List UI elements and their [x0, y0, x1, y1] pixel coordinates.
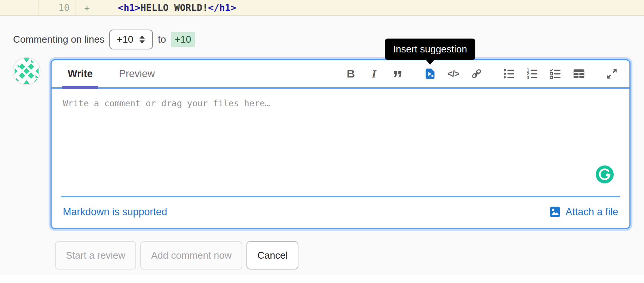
attach-file-button[interactable]: Attach a file: [549, 206, 618, 218]
markdown-supported-link[interactable]: Markdown is supported: [63, 206, 167, 218]
comment-form-section: Commenting on lines +10 to +10: [0, 16, 644, 275]
bulleted-list-button[interactable]: [502, 67, 516, 81]
grammarly-icon[interactable]: [596, 165, 614, 183]
code-indent: [90, 2, 118, 13]
commenting-label: Commenting on lines: [13, 34, 104, 45]
diff-code-content: + <h1>HELLO WORLD!</h1>: [76, 0, 644, 15]
link-button[interactable]: [469, 67, 484, 81]
add-comment-now-button[interactable]: Add comment now: [140, 241, 242, 270]
attach-file-label: Attach a file: [565, 206, 618, 218]
numbered-list-icon: 1 2 3: [526, 67, 539, 80]
bulleted-list-icon: [503, 67, 516, 80]
commenting-range-row: Commenting on lines +10 to +10: [0, 16, 644, 49]
code-close-tag: </h1>: [208, 2, 236, 13]
tab-preview[interactable]: Preview: [113, 60, 160, 87]
old-line-number-cell: [0, 0, 39, 15]
insert-suggestion-icon: [424, 67, 436, 80]
start-line-select[interactable]: +10: [109, 30, 153, 49]
table-icon: [573, 67, 585, 80]
start-line-value: +10: [117, 34, 133, 45]
end-line-badge: +10: [171, 32, 195, 47]
attach-image-icon: [549, 206, 561, 218]
formatting-toolbar: B I ” Insert suggestion: [344, 67, 619, 81]
code-open-tag: <h1>: [118, 2, 140, 13]
link-icon: [470, 67, 483, 80]
italic-button[interactable]: I: [367, 67, 381, 81]
fullscreen-button[interactable]: [605, 67, 619, 81]
italic-icon: I: [372, 67, 376, 80]
cancel-button[interactable]: Cancel: [246, 241, 298, 270]
editor-tabs: Write Preview: [62, 60, 160, 87]
tooltip-arrow-icon: [426, 60, 434, 65]
code-text: HELLO WORLD!: [141, 2, 208, 13]
task-list-button[interactable]: [549, 67, 563, 81]
tooltip: Insert suggestion: [385, 39, 475, 60]
select-caret-icon: [139, 35, 145, 44]
numbered-list-button[interactable]: 1 2 3: [525, 67, 540, 81]
quote-icon: ”: [392, 67, 402, 80]
comment-actions: Start a review Add comment now Cancel: [55, 241, 644, 270]
diff-add-marker: +: [84, 2, 90, 13]
comment-editor-row: Write Preview B I ”: [0, 59, 644, 229]
tooltip-text: Insert suggestion: [393, 43, 467, 55]
to-label: to: [158, 34, 166, 45]
bold-icon: B: [347, 67, 355, 80]
tab-preview-label: Preview: [119, 68, 155, 80]
svg-text:3: 3: [527, 75, 530, 80]
insert-suggestion-button[interactable]: Insert suggestion: [423, 67, 437, 81]
start-review-button[interactable]: Start a review: [55, 241, 136, 270]
fullscreen-icon: [605, 67, 618, 80]
task-list-icon: [549, 67, 562, 80]
quote-button[interactable]: ”: [390, 67, 404, 81]
new-line-number[interactable]: 10: [39, 0, 76, 15]
user-avatar: [12, 57, 41, 85]
editor-footer: Markdown is supported Attach a file: [52, 197, 629, 228]
bold-button[interactable]: B: [344, 67, 358, 81]
editor-header: Write Preview B I ”: [52, 60, 629, 89]
editor-body: [52, 89, 629, 196]
comment-editor: Write Preview B I ”: [50, 59, 631, 229]
code-icon: </>: [447, 69, 459, 79]
code-button[interactable]: </>: [446, 67, 460, 81]
diff-line: 10 + <h1>HELLO WORLD!</h1>: [0, 0, 644, 16]
tab-write[interactable]: Write: [62, 60, 98, 87]
table-button[interactable]: [572, 67, 586, 81]
tab-write-label: Write: [68, 68, 93, 80]
comment-textarea[interactable]: [52, 89, 629, 196]
